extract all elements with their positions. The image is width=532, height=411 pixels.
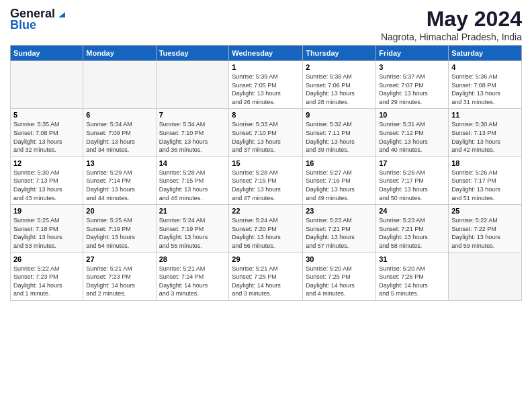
table-row: 24Sunrise: 5:23 AM Sunset: 7:21 PM Dayli… [376,205,449,253]
day-info: Sunrise: 5:26 AM Sunset: 7:17 PM Dayligh… [451,169,519,202]
day-info: Sunrise: 5:34 AM Sunset: 7:09 PM Dayligh… [86,120,152,154]
table-row: 31Sunrise: 5:20 AM Sunset: 7:26 PM Dayli… [376,253,449,300]
header-friday: Friday [376,46,449,61]
day-number: 12 [13,159,80,167]
table-row: 18Sunrise: 5:26 AM Sunset: 7:17 PM Dayli… [449,156,522,204]
day-info: Sunrise: 5:30 AM Sunset: 7:13 PM Dayligh… [451,120,519,154]
table-row [83,61,156,109]
day-number: 23 [306,207,373,215]
day-number: 3 [379,63,445,71]
table-row: 30Sunrise: 5:20 AM Sunset: 7:25 PM Dayli… [303,253,376,300]
day-number: 26 [13,255,80,263]
day-number: 8 [232,111,300,119]
day-info: Sunrise: 5:24 AM Sunset: 7:20 PM Dayligh… [232,216,300,250]
day-info: Sunrise: 5:31 AM Sunset: 7:12 PM Dayligh… [379,120,445,154]
day-info: Sunrise: 5:26 AM Sunset: 7:17 PM Dayligh… [379,169,445,202]
day-info: Sunrise: 5:36 AM Sunset: 7:08 PM Dayligh… [451,73,519,106]
header: General Blue May 2024 Nagrota, Himachal … [10,7,522,42]
table-row: 28Sunrise: 5:21 AM Sunset: 7:24 PM Dayli… [156,253,229,300]
calendar-week-3: 12Sunrise: 5:30 AM Sunset: 7:13 PM Dayli… [11,156,522,204]
header-wednesday: Wednesday [229,46,303,61]
header-tuesday: Tuesday [156,46,229,61]
calendar-week-2: 5Sunrise: 5:35 AM Sunset: 7:08 PM Daylig… [11,109,522,156]
calendar-week-1: 1Sunrise: 5:39 AM Sunset: 7:05 PM Daylig… [11,61,522,109]
table-row: 2Sunrise: 5:38 AM Sunset: 7:06 PM Daylig… [303,61,376,109]
day-number: 21 [159,207,226,215]
day-number: 4 [451,63,519,71]
table-row [449,253,522,300]
day-info: Sunrise: 5:37 AM Sunset: 7:07 PM Dayligh… [379,73,445,106]
table-row: 6Sunrise: 5:34 AM Sunset: 7:09 PM Daylig… [83,109,156,156]
day-info: Sunrise: 5:39 AM Sunset: 7:05 PM Dayligh… [232,73,300,106]
table-row: 10Sunrise: 5:31 AM Sunset: 7:12 PM Dayli… [376,109,449,156]
day-info: Sunrise: 5:23 AM Sunset: 7:21 PM Dayligh… [306,216,373,250]
table-row: 7Sunrise: 5:34 AM Sunset: 7:10 PM Daylig… [156,109,229,156]
day-info: Sunrise: 5:32 AM Sunset: 7:11 PM Dayligh… [306,120,373,154]
table-row: 20Sunrise: 5:25 AM Sunset: 7:19 PM Dayli… [83,205,156,253]
calendar-table: Sunday Monday Tuesday Wednesday Thursday… [10,45,522,301]
logo: General Blue [10,7,66,32]
day-number: 20 [86,207,152,215]
day-number: 30 [306,255,373,263]
day-number: 27 [86,255,152,263]
day-info: Sunrise: 5:24 AM Sunset: 7:19 PM Dayligh… [159,216,226,250]
table-row: 19Sunrise: 5:25 AM Sunset: 7:18 PM Dayli… [11,205,83,253]
table-row: 3Sunrise: 5:37 AM Sunset: 7:07 PM Daylig… [376,61,449,109]
day-number: 14 [159,159,226,167]
header-saturday: Saturday [449,46,522,61]
calendar-week-5: 26Sunrise: 5:22 AM Sunset: 7:23 PM Dayli… [11,253,522,300]
table-row: 26Sunrise: 5:22 AM Sunset: 7:23 PM Dayli… [11,253,83,300]
day-info: Sunrise: 5:25 AM Sunset: 7:18 PM Dayligh… [13,216,80,250]
table-row [11,61,83,109]
day-info: Sunrise: 5:28 AM Sunset: 7:15 PM Dayligh… [159,169,226,202]
day-info: Sunrise: 5:25 AM Sunset: 7:19 PM Dayligh… [86,216,152,250]
page: General Blue May 2024 Nagrota, Himachal … [0,0,532,411]
day-info: Sunrise: 5:23 AM Sunset: 7:21 PM Dayligh… [379,216,445,250]
day-number: 15 [232,159,300,167]
table-row: 23Sunrise: 5:23 AM Sunset: 7:21 PM Dayli… [303,205,376,253]
calendar-header-row: Sunday Monday Tuesday Wednesday Thursday… [11,46,522,61]
day-info: Sunrise: 5:21 AM Sunset: 7:25 PM Dayligh… [232,265,300,298]
day-info: Sunrise: 5:38 AM Sunset: 7:06 PM Dayligh… [306,73,373,106]
day-info: Sunrise: 5:28 AM Sunset: 7:15 PM Dayligh… [232,169,300,202]
table-row: 9Sunrise: 5:32 AM Sunset: 7:11 PM Daylig… [303,109,376,156]
subtitle: Nagrota, Himachal Pradesh, India [381,32,522,42]
table-row: 15Sunrise: 5:28 AM Sunset: 7:15 PM Dayli… [229,156,303,204]
day-number: 13 [86,159,152,167]
title-section: May 2024 Nagrota, Himachal Pradesh, Indi… [381,7,522,42]
day-info: Sunrise: 5:27 AM Sunset: 7:16 PM Dayligh… [306,169,373,202]
day-info: Sunrise: 5:33 AM Sunset: 7:10 PM Dayligh… [232,120,300,154]
table-row: 5Sunrise: 5:35 AM Sunset: 7:08 PM Daylig… [11,109,83,156]
day-number: 11 [451,111,519,119]
day-info: Sunrise: 5:35 AM Sunset: 7:08 PM Dayligh… [13,120,80,154]
table-row: 29Sunrise: 5:21 AM Sunset: 7:25 PM Dayli… [229,253,303,300]
table-row: 13Sunrise: 5:29 AM Sunset: 7:14 PM Dayli… [83,156,156,204]
day-info: Sunrise: 5:20 AM Sunset: 7:26 PM Dayligh… [379,265,445,298]
table-row: 22Sunrise: 5:24 AM Sunset: 7:20 PM Dayli… [229,205,303,253]
table-row: 1Sunrise: 5:39 AM Sunset: 7:05 PM Daylig… [229,61,303,109]
day-info: Sunrise: 5:20 AM Sunset: 7:25 PM Dayligh… [306,265,373,298]
day-info: Sunrise: 5:21 AM Sunset: 7:23 PM Dayligh… [86,265,152,298]
table-row: 16Sunrise: 5:27 AM Sunset: 7:16 PM Dayli… [303,156,376,204]
day-info: Sunrise: 5:29 AM Sunset: 7:14 PM Dayligh… [86,169,152,202]
day-info: Sunrise: 5:22 AM Sunset: 7:22 PM Dayligh… [451,216,519,250]
day-number: 24 [379,207,445,215]
header-monday: Monday [83,46,156,61]
header-thursday: Thursday [303,46,376,61]
table-row: 8Sunrise: 5:33 AM Sunset: 7:10 PM Daylig… [229,109,303,156]
day-info: Sunrise: 5:21 AM Sunset: 7:24 PM Dayligh… [159,265,226,298]
table-row: 4Sunrise: 5:36 AM Sunset: 7:08 PM Daylig… [449,61,522,109]
day-number: 22 [232,207,300,215]
day-number: 17 [379,159,445,167]
day-info: Sunrise: 5:34 AM Sunset: 7:10 PM Dayligh… [159,120,226,154]
day-number: 25 [451,207,519,215]
table-row: 14Sunrise: 5:28 AM Sunset: 7:15 PM Dayli… [156,156,229,204]
day-number: 28 [159,255,226,263]
day-number: 5 [13,111,80,119]
day-info: Sunrise: 5:22 AM Sunset: 7:23 PM Dayligh… [13,265,80,298]
day-number: 7 [159,111,226,119]
day-number: 29 [232,255,300,263]
table-row: 17Sunrise: 5:26 AM Sunset: 7:17 PM Dayli… [376,156,449,204]
main-title: May 2024 [381,7,522,32]
table-row: 21Sunrise: 5:24 AM Sunset: 7:19 PM Dayli… [156,205,229,253]
